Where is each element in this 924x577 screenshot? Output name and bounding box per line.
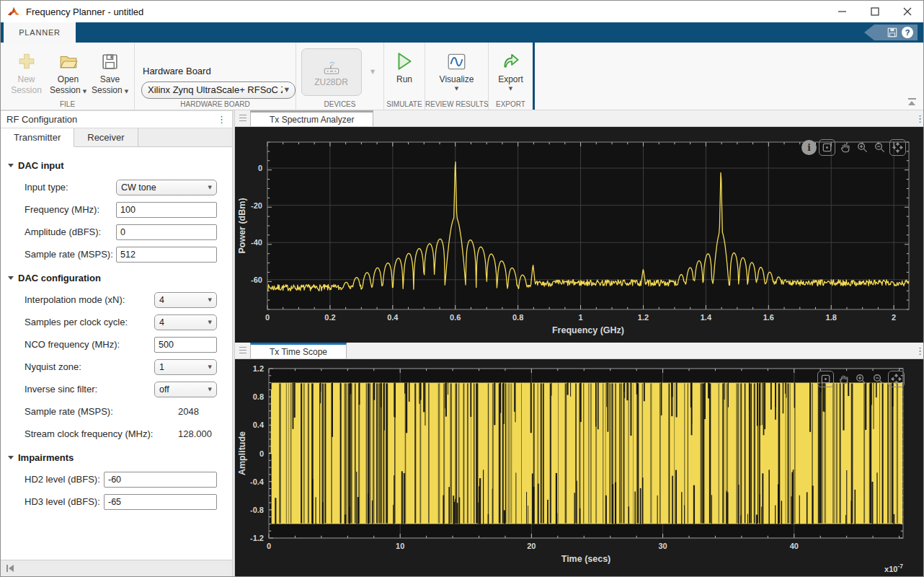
input-type-dropdown[interactable]: CW tone▼ (116, 180, 217, 195)
visualize-dropdown-arrow: ▼ (455, 86, 458, 92)
interpolation-mode-dropdown[interactable]: 4▼ (154, 292, 217, 308)
amplitude-dbfs-field[interactable] (116, 224, 217, 240)
x-tick-label: 0 (267, 542, 271, 550)
zoom-out-icon[interactable] (871, 371, 886, 387)
close-button[interactable] (891, 1, 923, 22)
export-dropdown-arrow: ▼ (509, 86, 512, 92)
frequency-mhz-label: Frequency (MHz): (25, 204, 99, 215)
collapse-ribbon-icon[interactable] (907, 98, 916, 105)
toolstrip-section-hardware-board: Hardware Board Xilinx Zynq UltraScale+ R… (135, 43, 296, 110)
drag-grip-icon[interactable] (239, 347, 246, 355)
x-tick-label: 0.6 (450, 313, 461, 322)
minimize-button[interactable] (826, 1, 858, 22)
rf-configuration-menu-icon[interactable]: ⋮ (217, 114, 226, 125)
frequency-planner-window: { "titlebar": { "title": "Frequency Plan… (0, 0, 924, 577)
tab-planner[interactable]: PLANNER (4, 22, 76, 43)
save-session-button[interactable]: SaveSession▼ (89, 48, 131, 96)
y-axis-label: Amplitude (237, 431, 247, 475)
zoom-in-icon[interactable] (853, 371, 869, 387)
section-label-review-results: REVIEW RESULTS (425, 100, 488, 108)
inverse-sinc-filter-value: off (159, 384, 206, 395)
matlab-logo-icon (7, 5, 20, 18)
x-tick-label: 1.6 (763, 313, 774, 322)
open-session-button[interactable]: OpenSession▼ (48, 48, 89, 96)
y-tick-label: -20 (251, 201, 262, 210)
frequency-mhz-field[interactable] (116, 202, 217, 218)
hardware-board-dropdown[interactable]: Xilinx Zynq UltraScale+ RFSoC ZC... ▼ (141, 82, 296, 99)
chevron-down-icon: ▼ (208, 185, 212, 190)
samples-per-clock-cycle-label: Samples per clock cycle: (25, 317, 128, 327)
maximize-button[interactable] (858, 1, 891, 22)
datatip-icon[interactable] (817, 371, 834, 387)
y-tick-label: -0.8 (250, 506, 264, 514)
new-session-button[interactable]: NewSession (6, 48, 48, 96)
run-button[interactable]: Run (386, 48, 422, 85)
y-tick-label: -60 (251, 276, 262, 284)
spectrum-plot-svg: 00.20.40.60.811.21.41.61.820-20-40-60Fre… (235, 127, 924, 343)
drag-grip-icon[interactable] (239, 115, 246, 123)
section-label-file: FILE (1, 100, 134, 108)
x-tick-label: 0.2 (324, 313, 335, 322)
field-row: Amplitude (dBFS): (25, 224, 232, 240)
fit-to-view-icon[interactable] (888, 371, 905, 387)
device-name-label: ZU28DR (314, 77, 348, 87)
chevron-down-icon: ▼ (208, 364, 212, 370)
quick-save-icon[interactable] (887, 27, 897, 38)
field-row: NCO frequency (MHz): (25, 337, 232, 353)
transmitter-form: DAC input Input type:CW tone▼Frequency (… (1, 147, 232, 563)
x-axis-label: Time (secs) (561, 554, 611, 564)
collapse-triangle-icon (8, 276, 14, 280)
info-icon[interactable]: i (801, 140, 817, 155)
scroll-to-start-icon[interactable] (6, 565, 14, 572)
hd2-level-dbfs-field[interactable] (104, 472, 217, 488)
timescope-panel-menu-icon[interactable]: ⋮ (907, 343, 924, 358)
toolstrip: NewSession OpenSession▼ SaveSession▼ (1, 43, 923, 110)
rf-configuration-tabbar: Transmitter Receiver (1, 128, 232, 147)
collapse-triangle-icon (8, 456, 14, 459)
sample-rate-msps-field[interactable] (116, 247, 217, 263)
x-tick-label: 20 (527, 542, 536, 550)
section-dac-configuration[interactable]: DAC configuration (8, 273, 232, 283)
nyquist-zone-dropdown[interactable]: 1▼ (154, 359, 217, 375)
timescope-axes-toolbar (817, 371, 905, 387)
hd2-level-dbfs-label: HD2 level (dBFS): (25, 474, 100, 485)
spectrum-panel-menu-icon[interactable]: ⋮ (907, 110, 924, 126)
inverse-sinc-filter-dropdown[interactable]: off▼ (154, 382, 217, 397)
x-tick-label: 1.4 (701, 313, 712, 322)
section-impairments[interactable]: Impairments (8, 452, 232, 463)
hd3-level-dbfs-field[interactable] (104, 494, 217, 510)
tx-spectrum-analyzer-plot[interactable]: 00.20.40.60.811.21.41.61.820-20-40-60Fre… (235, 127, 924, 343)
stream-clock-frequency-mhz-value: 128.000 (178, 426, 212, 442)
help-icon[interactable]: ? (902, 27, 913, 38)
field-row: Interpolation mode (xN):4▼ (25, 292, 232, 308)
section-label-simulate: SIMULATE (384, 100, 425, 108)
tx-time-scope-plot[interactable]: 0102030401.20.80.40-0.4-0.8-1.2Time (sec… (235, 359, 924, 576)
export-button[interactable]: Export ▼ (492, 48, 530, 92)
spectrum-tabbar: Tx Spectrum Analyzer ⋮ (235, 110, 924, 127)
devices-dropdown-arrow[interactable]: ▼ (365, 48, 379, 94)
zoom-out-icon[interactable] (872, 140, 887, 155)
nyquist-zone-label: Nyquist zone: (25, 361, 81, 372)
pan-hand-icon[interactable] (838, 140, 853, 155)
section-label-export: EXPORT (489, 100, 533, 108)
tab-transmitter[interactable]: Transmitter (1, 128, 74, 147)
horizontal-scrollbar[interactable] (1, 560, 232, 576)
datatip-icon[interactable] (819, 139, 835, 156)
section-dac-input[interactable]: DAC input (8, 160, 232, 171)
nco-frequency-mhz-field[interactable] (154, 337, 217, 353)
samples-per-clock-cycle-dropdown[interactable]: 4▼ (154, 314, 217, 330)
inverse-sinc-filter-label: Inverse sinc filter: (25, 384, 97, 395)
tab-receiver[interactable]: Receiver (74, 128, 138, 146)
fit-to-view-icon[interactable] (889, 139, 906, 156)
tab-tx-spectrum-analyzer[interactable]: Tx Spectrum Analyzer (250, 110, 373, 126)
visualize-button[interactable]: Visualize ▼ (432, 48, 482, 92)
field-row: Input type:CW tone▼ (25, 180, 232, 195)
input-type-value: CW tone (121, 182, 206, 193)
device-zu28dr-button[interactable]: ZU28DR (301, 48, 362, 96)
chevron-down-icon: ▼ (208, 387, 212, 392)
sample-rate-msps-label: Sample rate (MSPS): (25, 249, 113, 260)
pan-hand-icon[interactable] (836, 371, 851, 387)
zoom-in-icon[interactable] (855, 140, 870, 155)
timescope-trace (269, 383, 902, 524)
tab-tx-time-scope[interactable]: Tx Time Scope (250, 343, 347, 358)
